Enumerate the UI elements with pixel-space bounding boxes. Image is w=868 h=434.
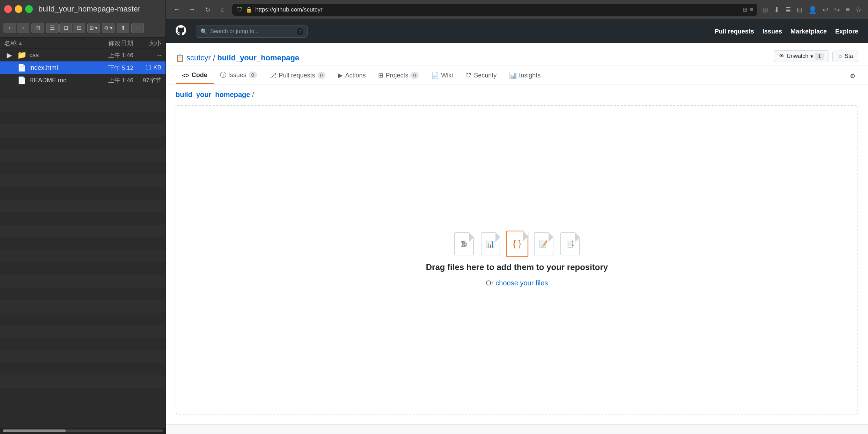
file-type-icons: 🗜 📊 { } 📝 📑 [454,232,580,255]
finder-titlebar: build_your_homepage-master [0,0,165,18]
file-name-label: css [29,52,84,59]
repo-owner-link[interactable]: scutcyr [186,53,211,62]
history-forward-icon[interactable]: ↪ [833,4,841,15]
date-column-header[interactable]: 修改日期 [84,39,133,47]
code-file-icon: { } [506,231,528,257]
list-item[interactable]: ▶ 📄 README.md 上午 1:46 97字节 [0,74,165,87]
view-options-group: ⊞ ▾ [87,23,100,33]
size-column-header[interactable]: 大小 [133,39,161,47]
browser-menu-icon[interactable]: ≡ [844,4,851,15]
action-group: ⚙ ▾ [102,23,115,33]
tab-actions[interactable]: ▶ Actions [332,67,372,84]
github-logo[interactable] [176,25,186,38]
issue-icon: ⓘ [220,71,226,79]
browser-forward-button[interactable]: → [186,5,198,15]
github-search[interactable]: 🔍 Search or jump to... / [196,25,308,38]
tab-code[interactable]: <> Code [176,67,214,84]
pull-requests-link[interactable]: Pull requests [715,28,754,35]
share-button[interactable]: ⬆ [117,23,129,33]
path-repo-link[interactable]: build_your_homepage [176,91,250,98]
reader-icon: ≡ [750,7,753,13]
view-list-button[interactable]: ☰ [46,23,59,33]
scrollbar-track [3,429,163,432]
issues-count: 0 [249,72,257,78]
drop-zone-main-text: Drag files here to add them to your repo… [426,262,608,272]
bookmarks-icon[interactable]: ≣ [784,4,793,15]
browser-chrome: ← → ↻ ⌂ 🛡 🔒 https://github.com/scutcyr ⊞… [166,0,868,20]
repo-tabs: <> Code ⓘ Issues 0 ⎇ Pull requests 0 ▶ A… [166,66,868,84]
github-bottom-bar [166,424,868,434]
file-name-label: README.md [29,77,84,84]
watch-count: 1 [815,53,824,60]
minimize-button[interactable] [15,5,22,13]
view-columns-button[interactable]: ⊡ [59,23,72,33]
shield-icon: 🛡 [236,6,243,13]
extensions-button[interactable]: ⊞ [761,4,770,15]
tab-issues[interactable]: ⓘ Issues 0 [214,66,263,84]
md-file-icon: 📄 [17,75,27,85]
close-button[interactable] [4,5,12,13]
repo-name-link[interactable]: build_your_homepage [217,53,299,62]
path-separator: / [252,91,254,98]
address-text: https://github.com/scutcyr [255,6,740,13]
tab-security[interactable]: 🛡 Security [459,67,503,84]
browser-refresh-button[interactable]: ↻ [201,5,213,15]
more-button[interactable]: ··· [131,23,144,33]
download-icon[interactable]: ⬇ [772,4,781,15]
tab-projects[interactable]: ⊞ Projects 0 [372,67,425,84]
pdf-file-icon: 📑 [560,232,580,255]
list-item[interactable]: ▶ 📄 index.html 下午 5:12 11 KB [0,61,165,74]
chart-file-icon: 📊 [481,232,500,255]
finder-window-title: build_your_homepage-master [38,5,140,14]
repo-path: build_your_homepage / [166,84,868,105]
view-gallery-button[interactable]: ⊟ [73,23,85,33]
folder-icon: 📁 [17,50,27,60]
sidebar-layout-icon[interactable]: ⊟ [795,4,804,15]
drop-zone-sub-text: Or choose your files [486,279,548,287]
history-back-icon[interactable]: ↩ [821,4,830,15]
choose-files-link[interactable]: choose your files [495,279,548,287]
settings-dropdown[interactable]: ⚙ ▾ [102,23,115,33]
browser-back-button[interactable]: ← [171,5,183,15]
maximize-button[interactable] [25,5,33,13]
marketplace-link[interactable]: Marketplace [790,28,827,35]
explore-link[interactable]: Explore [835,28,858,35]
security-icon: 🛡 [465,72,472,79]
horizontal-scrollbar[interactable] [0,428,165,434]
list-item[interactable]: ▶ 📁 css 上午 1:46 -- [0,49,165,61]
file-date-label: 下午 5:12 [84,64,133,72]
grid-icon: ⊞ [743,6,747,13]
repo-breadcrumb: 📋 scutcyr / build_your_homepage [176,53,299,63]
forward-button[interactable]: › [17,23,29,33]
tab-wiki[interactable]: 📄 Wiki [425,67,459,84]
issues-link[interactable]: Issues [763,28,782,35]
chevron-down-icon: ▾ [810,53,813,60]
star-bookmark-icon[interactable]: ☆ [854,4,863,15]
search-shortcut: / [297,28,303,35]
name-column-header[interactable]: 名称 ▲ [4,39,84,47]
empty-space [0,87,165,428]
unwatch-button[interactable]: 👁 Unwatch ▾ 1 [774,50,829,62]
view-size-dropdown[interactable]: ⊞ ▾ [87,23,100,33]
code-icon: <> [182,72,190,79]
github-nav-links: Pull requests Issues Marketplace Explore [715,28,858,35]
tab-pull-requests[interactable]: ⎇ Pull requests 0 [263,67,332,84]
zip-file-icon: 🗜 [454,232,474,255]
browser-home-button[interactable]: ⌂ [217,5,229,15]
file-drop-zone[interactable]: 🗜 📊 { } 📝 📑 Drag files here to add them … [176,105,858,414]
file-name-label: index.html [29,64,84,72]
scrollbar-thumb[interactable] [3,429,66,432]
view-grid-button[interactable]: ⊞ [31,23,44,33]
breadcrumb-separator: / [213,53,215,63]
file-list: ▶ 📁 css 上午 1:46 -- ▶ 📄 index.html 下午 5:1… [0,49,165,428]
file-size-label: 97字节 [133,76,161,84]
finder-toolbar: ‹ › ⊞ ☰ ⊡ ⊟ ⊞ ▾ ⚙ ▾ ⬆ ··· [0,18,165,38]
repo-actions: 👁 Unwatch ▾ 1 ☆ Sta [774,50,858,66]
back-button[interactable]: ‹ [3,23,16,33]
tab-settings[interactable]: ⚙ [847,67,858,84]
address-bar[interactable]: 🛡 🔒 https://github.com/scutcyr ⊞ ≡ [232,4,757,16]
star-button[interactable]: ☆ Sta [832,51,858,62]
tab-insights[interactable]: 📊 Insights [503,67,547,84]
star-icon: ☆ [838,53,843,60]
account-icon[interactable]: 👤 [807,4,818,15]
